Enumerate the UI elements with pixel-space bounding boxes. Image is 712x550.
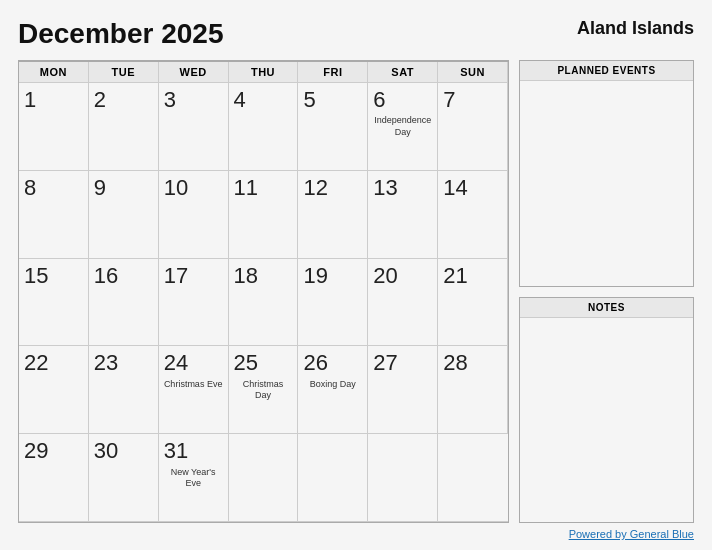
day-cell-23: 23 (89, 346, 159, 434)
main-content: MON TUE WED THU FRI SAT SUN 1 2 3 4 5 6 … (18, 60, 694, 523)
day-cell-2: 2 (89, 83, 159, 171)
day-cell-6: 6 IndependenceDay (368, 83, 438, 171)
planned-events-body (520, 81, 693, 286)
event-christmas-day: Christmas Day (234, 379, 293, 402)
notes-box: NOTES (519, 297, 694, 524)
day-cell-17: 17 (159, 259, 229, 347)
day-cell-28: 28 (438, 346, 508, 434)
day-cell-5: 5 (298, 83, 368, 171)
sidebar: PLANNED EVENTS NOTES (519, 60, 694, 523)
day-cell-9: 9 (89, 171, 159, 259)
day-cell-31: 31 New Year'sEve (159, 434, 229, 522)
day-cell-24: 24 Christmas Eve (159, 346, 229, 434)
day-cell-empty-1 (229, 434, 299, 522)
powered-by-link[interactable]: Powered by General Blue (569, 528, 694, 540)
day-cell-21: 21 (438, 259, 508, 347)
page: December 2025 Aland Islands MON TUE WED … (0, 0, 712, 550)
day-cell-22: 22 (19, 346, 89, 434)
day-cell-26: 26 Boxing Day (298, 346, 368, 434)
calendar-section: MON TUE WED THU FRI SAT SUN 1 2 3 4 5 6 … (18, 60, 509, 523)
day-cell-18: 18 (229, 259, 299, 347)
calendar-grid: MON TUE WED THU FRI SAT SUN 1 2 3 4 5 6 … (19, 61, 508, 522)
day-cell-12: 12 (298, 171, 368, 259)
event-christmas-eve: Christmas Eve (164, 379, 223, 391)
footer: Powered by General Blue (18, 523, 694, 540)
day-cell-4: 4 (229, 83, 299, 171)
day-header-fri: FRI (298, 62, 368, 83)
planned-events-header: PLANNED EVENTS (520, 61, 693, 81)
day-header-wed: WED (159, 62, 229, 83)
day-cell-10: 10 (159, 171, 229, 259)
day-cell-empty-2 (298, 434, 368, 522)
planned-events-box: PLANNED EVENTS (519, 60, 694, 287)
day-cell-25: 25 Christmas Day (229, 346, 299, 434)
event-independence-day: IndependenceDay (373, 115, 432, 138)
day-cell-13: 13 (368, 171, 438, 259)
month-title: December 2025 (18, 18, 223, 50)
day-cell-20: 20 (368, 259, 438, 347)
notes-header: NOTES (520, 298, 693, 318)
day-header-thu: THU (229, 62, 299, 83)
day-header-sat: SAT (368, 62, 438, 83)
day-cell-11: 11 (229, 171, 299, 259)
day-cell-27: 27 (368, 346, 438, 434)
day-cell-15: 15 (19, 259, 89, 347)
day-cell-7: 7 (438, 83, 508, 171)
day-cell-1: 1 (19, 83, 89, 171)
day-cell-14: 14 (438, 171, 508, 259)
event-boxing-day: Boxing Day (303, 379, 362, 391)
region-title: Aland Islands (577, 18, 694, 39)
day-cell-8: 8 (19, 171, 89, 259)
event-new-years-eve: New Year'sEve (164, 467, 223, 490)
day-header-mon: MON (19, 62, 89, 83)
day-header-tue: TUE (89, 62, 159, 83)
notes-body (520, 318, 693, 523)
header: December 2025 Aland Islands (18, 18, 694, 50)
day-cell-empty-3 (368, 434, 438, 522)
day-cell-3: 3 (159, 83, 229, 171)
day-cell-empty-4 (438, 434, 508, 522)
day-header-sun: SUN (438, 62, 508, 83)
day-cell-16: 16 (89, 259, 159, 347)
day-cell-29: 29 (19, 434, 89, 522)
day-cell-19: 19 (298, 259, 368, 347)
day-cell-30: 30 (89, 434, 159, 522)
